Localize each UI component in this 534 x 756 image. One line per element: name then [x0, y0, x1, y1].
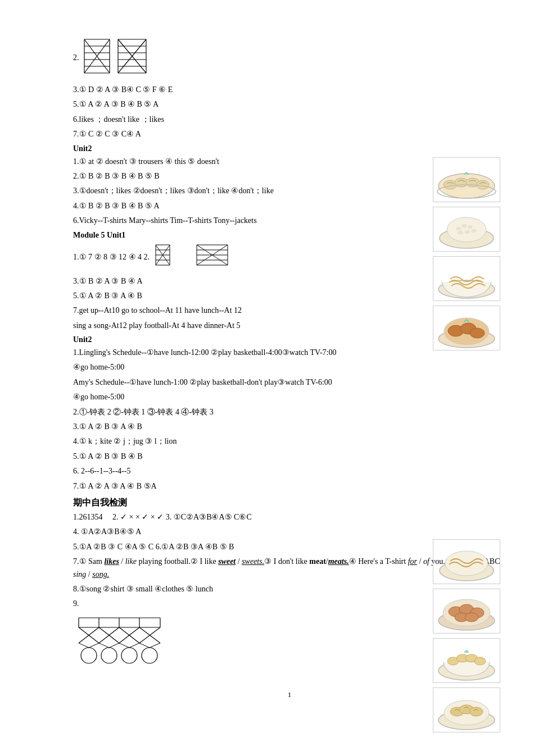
svg-point-11 [472, 230, 476, 233]
word-like: like [125, 557, 137, 566]
svg-point-94 [121, 648, 137, 663]
svg-point-33 [474, 657, 486, 665]
bottom-diagram [73, 615, 169, 673]
u2-line1d: ④go home-5:00 [73, 391, 506, 403]
line-3: 3.① D ② A ③ B④ C ⑤ F ⑥ E [73, 84, 506, 96]
svg-point-93 [101, 648, 117, 663]
svg-point-12 [458, 231, 463, 234]
u2-line1b: ④go home-5:00 [73, 361, 506, 374]
word-of: of [423, 557, 429, 566]
unit2-heading: Unit2 [73, 144, 506, 153]
word-sweet: sweet [218, 557, 236, 566]
u2-line2: 2.①-钟表 2 ②-钟表 1 ③-钟表 4 ④-钟表 3 [73, 406, 506, 418]
u2-line5: 5.① A ② B ③ B ④ B [73, 450, 506, 463]
svg-point-8 [456, 227, 461, 230]
item-2: 2. [73, 34, 506, 81]
food-image-7 [433, 638, 500, 683]
svg-point-4 [477, 180, 489, 189]
svg-point-38 [469, 707, 483, 716]
svg-point-13 [465, 231, 469, 234]
food-image-4 [433, 306, 500, 350]
u2-line7: 7.① A ② A ③ A ④ B ⑤A [73, 480, 506, 493]
svg-point-92 [81, 648, 97, 663]
item-2-label: 2. [73, 53, 79, 62]
u2-line1c: Amy's Schedule--①have lunch-1:00 ②play b… [73, 376, 506, 389]
svg-line-100 [119, 643, 129, 648]
food-image-6 [433, 589, 500, 634]
food-image-8 [433, 687, 500, 732]
line-5: 5.① A ② A ③ B ④ B ⑤ A [73, 98, 506, 111]
word-meats: meats. [328, 557, 349, 566]
svg-line-101 [129, 643, 139, 648]
u2-line6: 6. 2--6--1--3--4--5 [73, 465, 506, 477]
svg-point-10 [468, 226, 472, 229]
right-images-top [433, 157, 506, 350]
food-image-3 [433, 256, 500, 301]
svg-point-7 [447, 217, 486, 242]
svg-line-98 [99, 643, 109, 648]
word-likes: likes [104, 557, 119, 566]
food-image-2 [433, 207, 500, 252]
word-song: song. [92, 570, 109, 579]
mid-line4: 4. ①A②A③B④⑤ A [73, 526, 506, 538]
svg-point-9 [462, 225, 467, 227]
svg-line-99 [109, 643, 119, 648]
midterm-heading: 期中自我检测 [73, 497, 506, 509]
svg-line-103 [150, 643, 160, 648]
food-image-5 [433, 539, 500, 584]
page-content: 2. [73, 34, 506, 699]
diagram-mod5-small1 [154, 242, 191, 273]
food-image-1 [433, 157, 500, 202]
bottom-svg [73, 615, 169, 671]
u2-line4: 4.① k；kite ② j；jug ③ l；lion [73, 435, 506, 448]
svg-point-19 [470, 328, 485, 338]
word-for: for [408, 557, 417, 566]
u2-line3: 3.① A ② B ③ A ④ B [73, 421, 506, 433]
diagram-mod5-small2 [195, 242, 232, 273]
line-6: 6.likes ；doesn't like ；likes [73, 113, 506, 126]
diagram-2 [82, 34, 149, 81]
word-sweets: sweets. [242, 557, 264, 566]
word-sing: sing [73, 570, 86, 579]
mid-line1-2-3: 1.261354 2. ✓ × × ✓ × ✓ 3. ①C②A③B④A⑤ C⑥C [73, 511, 506, 523]
word-meat: meat [309, 557, 326, 566]
svg-line-97 [89, 643, 99, 648]
right-images-bottom [433, 539, 506, 732]
svg-point-28 [465, 613, 478, 622]
svg-line-102 [139, 643, 150, 648]
svg-line-96 [79, 643, 89, 648]
line-7: 7.① C ② C ③ C④ A [73, 128, 506, 140]
svg-point-95 [142, 648, 157, 663]
